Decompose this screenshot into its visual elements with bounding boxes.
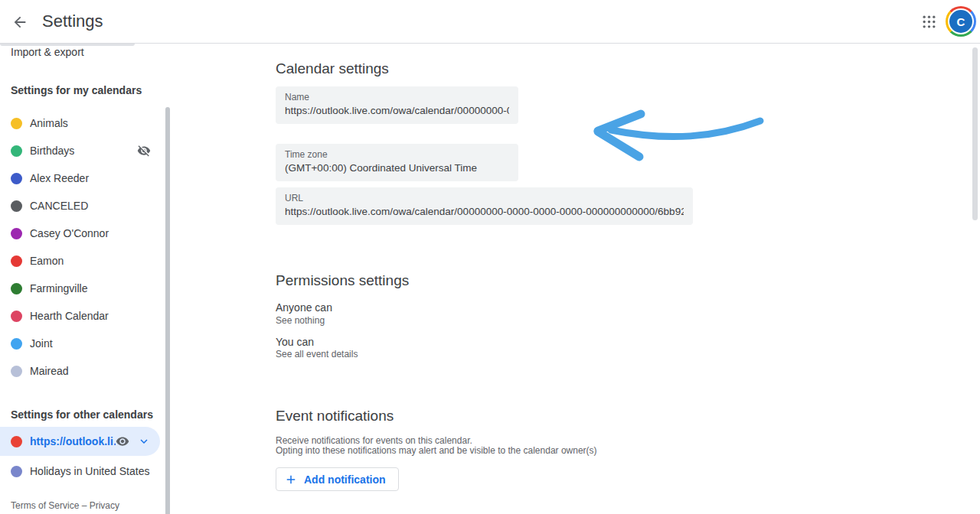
calendar-color-dot (11, 173, 22, 184)
avatar-gap: C (948, 8, 974, 34)
calendar-label: Animals (30, 117, 160, 129)
url-field[interactable]: URL https://outlook.live.com/owa/calenda… (276, 187, 693, 225)
calendar-color-dot (11, 145, 22, 157)
calendar-label: Hearth Calendar (30, 310, 160, 322)
calendar-label: Casey O'Connor (30, 227, 160, 239)
calendar-label: Alex Reeder (30, 172, 160, 184)
apps-grid-icon (922, 15, 936, 29)
plus-icon (284, 473, 298, 486)
add-notification-button[interactable]: Add notification (276, 467, 399, 491)
permissions-heading: Permissions settings (276, 272, 409, 289)
calendar-label: Holidays in United States (30, 465, 160, 477)
sidebar-item-birthdays[interactable]: Birthdays (0, 137, 160, 164)
sidebar-item-alex-reeder[interactable]: Alex Reeder (0, 164, 160, 192)
visibility-off-icon[interactable] (137, 144, 151, 158)
sidebar-item-farmingville[interactable]: Farmingville (0, 275, 160, 302)
you-can-title: You can (276, 336, 314, 348)
name-field-label: Name (285, 92, 509, 102)
sidebar-scrollbar[interactable] (165, 107, 170, 514)
name-field-value: https://outlook.live.com/owa/calendar/00… (285, 105, 509, 116)
avatar-initial: C (949, 10, 972, 33)
page-title: Settings (42, 11, 103, 31)
calendar-color-dot (11, 200, 22, 212)
url-field-value: https://outlook.live.com/owa/calendar/00… (285, 206, 684, 217)
calendar-color-dot (11, 466, 22, 477)
anyone-can-value: See nothing (276, 315, 325, 326)
timezone-field[interactable]: Time zone (GMT+00:00) Coordinated Univer… (276, 144, 518, 181)
calendar-color-dot (11, 118, 22, 129)
account-avatar[interactable]: C (946, 6, 976, 37)
notifications-description-line2: Opting into these notifications may aler… (276, 446, 597, 456)
sidebar-item-import-export[interactable]: Import & export (11, 46, 84, 58)
timezone-field-label: Time zone (285, 149, 509, 160)
calendar-settings-heading: Calendar settings (276, 60, 389, 77)
calendar-label: Farmingville (30, 282, 160, 294)
calendar-color-dot (11, 255, 22, 267)
calendar-label: Eamon (30, 255, 160, 267)
sidebar-item-outlook-calendar[interactable]: https://outlook.li… (0, 427, 160, 456)
settings-sidebar: Import & export Settings for my calendar… (0, 44, 176, 514)
calendar-color-dot (11, 283, 22, 294)
timezone-field-value: (GMT+00:00) Coordinated Universal Time (285, 162, 509, 174)
you-can-value: See all event details (276, 349, 358, 359)
calendar-color-dot (11, 311, 22, 322)
sidebar-item-animals[interactable]: Animals (0, 109, 160, 137)
sidebar-item-holidays-us[interactable]: Holidays in United States (0, 457, 160, 485)
name-field[interactable]: Name https://outlook.live.com/owa/calend… (276, 86, 518, 124)
add-notification-label: Add notification (304, 473, 386, 486)
sidebar-item-eamon[interactable]: Eamon (0, 247, 160, 275)
calendar-label: Joint (30, 337, 160, 350)
chevron-down-icon[interactable] (137, 434, 151, 448)
sidebar-item-hearth-calendar[interactable]: Hearth Calendar (0, 302, 160, 330)
google-apps-button[interactable] (919, 11, 939, 32)
settings-page: Settings C Import & export Settings for … (0, 0, 980, 514)
top-bar: Settings C (0, 0, 980, 44)
my-calendars-heading: Settings for my calendars (11, 84, 142, 96)
calendar-color-dot (11, 228, 22, 239)
calendar-label: Mairead (30, 365, 160, 377)
calendar-color-dot (11, 366, 22, 377)
sidebar-item-canceled[interactable]: CANCELED (0, 192, 160, 220)
anyone-can-title: Anyone can (276, 301, 332, 314)
calendar-color-dot (11, 338, 22, 350)
calendar-label: Birthdays (30, 145, 137, 157)
sidebar-item-joint[interactable]: Joint (0, 330, 160, 357)
sidebar-item-casey-oconnor[interactable]: Casey O'Connor (0, 220, 160, 247)
back-button[interactable] (10, 12, 30, 32)
page-scrollbar[interactable] (972, 47, 978, 220)
calendar-label: CANCELED (30, 200, 160, 212)
calendar-label: https://outlook.li… (30, 435, 116, 447)
sidebar-item-mairead[interactable]: Mairead (0, 357, 160, 385)
url-field-label: URL (285, 193, 684, 203)
terms-privacy-links[interactable]: Terms of Service – Privacy (11, 500, 119, 511)
visibility-icon[interactable] (116, 434, 129, 448)
event-notifications-heading: Event notifications (276, 408, 394, 425)
calendar-color-dot (11, 436, 22, 447)
arrow-left-icon (11, 14, 28, 31)
other-calendars-heading: Settings for other calendars (11, 408, 153, 421)
